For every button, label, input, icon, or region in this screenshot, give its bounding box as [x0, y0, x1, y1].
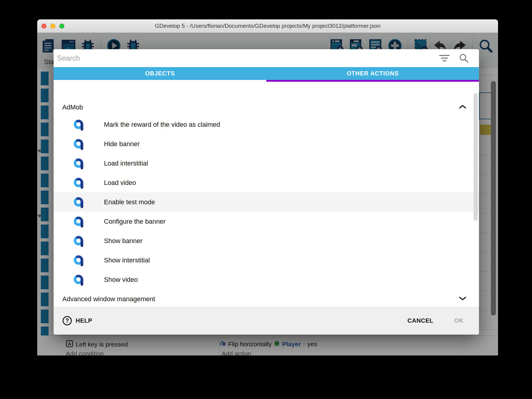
dialog-scrollbar[interactable] [474, 93, 478, 221]
instruction-label: Load interstitial [104, 160, 148, 167]
admob-icon [74, 157, 84, 170]
instruction-item[interactable]: Show banner [54, 231, 479, 250]
instruction-label: Mark the reward of the video as claimed [104, 121, 220, 129]
group-header-advanced-window-management[interactable]: Advanced window management [54, 291, 479, 307]
admob-icon [74, 254, 84, 267]
filter-icon[interactable] [438, 54, 450, 64]
search-input[interactable] [57, 52, 438, 65]
tab-other-actions[interactable]: OTHER ACTIONS [266, 67, 479, 80]
instruction-label: Hide banner [104, 140, 140, 148]
admob-icon [74, 118, 84, 131]
cancel-button[interactable]: CANCEL [407, 317, 433, 324]
group-header-admob[interactable]: AdMob [54, 100, 479, 115]
chevron-down-icon[interactable] [458, 296, 467, 302]
instruction-item[interactable]: Show interstitial [54, 250, 479, 270]
titlebar: GDevelop 5 - /Users/florian/Documents/GD… [37, 19, 498, 33]
ok-label: OK [454, 317, 463, 324]
instruction-picker-dialog: OBJECTS OTHER ACTIONS AdMobMark the rewa… [54, 49, 479, 335]
instruction-item[interactable]: Show video [54, 270, 479, 289]
instruction-label: Show video [104, 276, 138, 284]
admob-icon [74, 138, 84, 150]
window-title: GDevelop 5 - /Users/florian/Documents/GD… [155, 23, 380, 29]
group-title: Advanced window management [62, 295, 458, 303]
help-label: HELP [76, 317, 92, 324]
instruction-item[interactable]: Enable test mode [54, 192, 479, 212]
instruction-item[interactable]: Mark the reward of the video as claimed [54, 115, 479, 134]
admob-icon [74, 273, 84, 286]
admob-icon [74, 235, 84, 247]
help-icon: ? [63, 316, 72, 325]
search-bar [54, 49, 479, 67]
help-button[interactable]: ? HELP [63, 316, 92, 325]
admob-icon [74, 177, 84, 189]
instruction-item[interactable]: Load video [54, 173, 479, 192]
screenshot-stage: GDevelop 5 - /Users/florian/Documents/GD… [0, 0, 532, 399]
instruction-label: Configure the banner [104, 218, 166, 225]
zoom-traffic-light[interactable] [59, 24, 64, 29]
instruction-item[interactable]: Configure the banner [54, 212, 479, 231]
dialog-tabs: OBJECTS OTHER ACTIONS [54, 67, 479, 80]
chevron-up-icon[interactable] [458, 104, 467, 111]
group-title: AdMob [62, 103, 458, 111]
tab-objects[interactable]: OBJECTS [54, 67, 266, 80]
minimize-traffic-light[interactable] [50, 24, 55, 29]
dialog-footer: ? HELP CANCEL OK [54, 307, 479, 335]
instruction-label: Enable test mode [104, 198, 155, 206]
instruction-list: AdMobMark the reward of the video as cla… [54, 82, 479, 307]
admob-icon [74, 196, 84, 208]
instruction-label: Show banner [104, 237, 143, 245]
admob-icon [74, 215, 84, 228]
close-traffic-light[interactable] [41, 24, 46, 29]
instruction-item[interactable]: Load interstitial [54, 154, 479, 173]
instruction-label: Show interstitial [104, 256, 150, 264]
instruction-item[interactable]: Hide banner [54, 134, 479, 154]
cancel-label: CANCEL [407, 317, 433, 324]
search-icon[interactable] [459, 53, 469, 64]
instruction-label: Load video [104, 179, 136, 187]
ok-button: OK [454, 317, 463, 324]
